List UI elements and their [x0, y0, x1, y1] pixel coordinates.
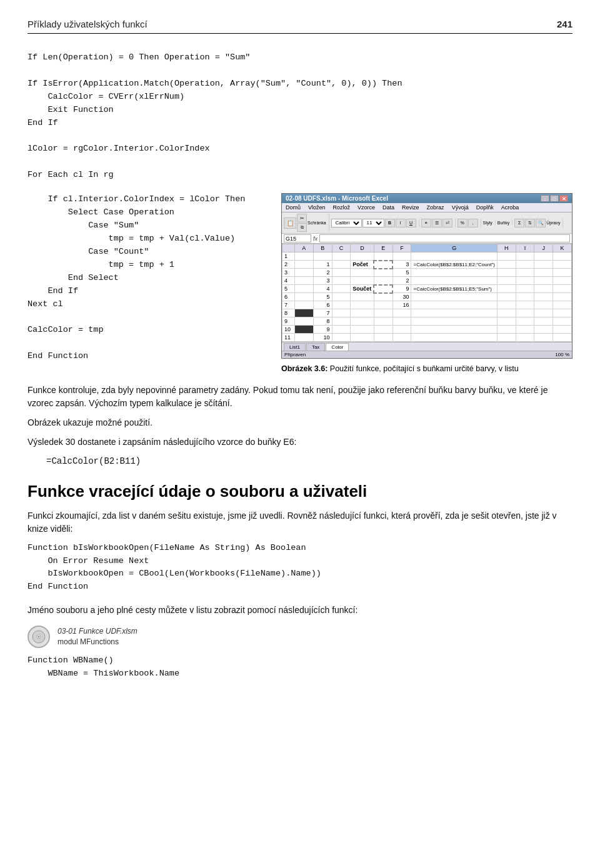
cell-h5[interactable] [497, 285, 516, 293]
cell-g9[interactable] [411, 317, 497, 326]
cell-a9[interactable] [294, 317, 313, 326]
bold-button[interactable]: B [385, 219, 395, 227]
cell-b3[interactable]: 2 [313, 269, 332, 277]
cell-f6[interactable]: 30 [392, 293, 411, 301]
cell-h7[interactable] [497, 301, 516, 309]
cell-d5[interactable]: Součet [351, 285, 374, 293]
cell-f3[interactable]: 5 [392, 269, 411, 277]
cell-e5[interactable] [374, 285, 392, 293]
cell-f2[interactable]: 3 [392, 261, 411, 269]
cell-f8[interactable] [392, 309, 411, 317]
cell-j9[interactable] [534, 317, 553, 326]
cell-d3[interactable] [351, 269, 374, 277]
minimize-button[interactable]: _ [541, 195, 549, 202]
cell-b7[interactable]: 6 [313, 301, 332, 309]
cell-g10[interactable] [411, 326, 497, 334]
cell-j6[interactable] [534, 293, 553, 301]
cell-j7[interactable] [534, 301, 553, 309]
find-button[interactable]: 🔍 [536, 219, 546, 227]
col-e[interactable]: E [374, 244, 392, 252]
cell-h11[interactable] [497, 334, 516, 342]
cell-i2[interactable] [516, 261, 534, 269]
align-left-button[interactable]: ≡ [421, 219, 431, 227]
cell-k4[interactable] [553, 277, 572, 285]
align-center-button[interactable]: ☰ [432, 219, 442, 227]
sheet-tab-color[interactable]: Color [326, 343, 349, 351]
cell-e9[interactable] [374, 317, 392, 326]
comma-button[interactable]: , [468, 219, 478, 227]
cell-i10[interactable] [516, 326, 534, 334]
cell-j8[interactable] [534, 309, 553, 317]
font-family-select[interactable]: Calibri [331, 219, 362, 227]
cell-c6[interactable] [332, 293, 351, 301]
wrap-button[interactable]: ⏎ [442, 219, 452, 227]
sheet-tab-list1[interactable]: List1 [284, 343, 306, 351]
cell-a4[interactable] [294, 277, 313, 285]
cell-f11[interactable] [392, 334, 411, 342]
menu-data[interactable]: Data [379, 203, 398, 212]
col-g[interactable]: G [411, 244, 497, 252]
cell-b5[interactable]: 4 [313, 285, 332, 293]
cell-f9[interactable] [392, 317, 411, 326]
cell-a11[interactable] [294, 334, 313, 342]
cell-g5[interactable]: =CalcColor($B$2:$B$11;E5;"Sum") [411, 285, 497, 293]
cell-c7[interactable] [332, 301, 351, 309]
cell-h2[interactable] [497, 261, 516, 269]
cell-k1[interactable] [553, 252, 572, 261]
cell-h1[interactable] [497, 252, 516, 261]
menu-vzorce[interactable]: Vzorce [354, 203, 379, 212]
cell-i6[interactable] [516, 293, 534, 301]
cell-e6[interactable] [374, 293, 392, 301]
col-b[interactable]: B [313, 244, 332, 252]
cell-a6[interactable] [294, 293, 313, 301]
cell-h10[interactable] [497, 326, 516, 334]
cell-d4[interactable] [351, 277, 374, 285]
cell-g8[interactable] [411, 309, 497, 317]
cell-i9[interactable] [516, 317, 534, 326]
copy-button[interactable]: ⧉ [297, 223, 307, 232]
cell-g3[interactable] [411, 269, 497, 277]
cell-j4[interactable] [534, 277, 553, 285]
cell-j5[interactable] [534, 285, 553, 293]
cell-k11[interactable] [553, 334, 572, 342]
cell-b11[interactable]: 10 [313, 334, 332, 342]
cell-d7[interactable] [351, 301, 374, 309]
cell-j11[interactable] [534, 334, 553, 342]
cell-b1[interactable] [313, 252, 332, 261]
cell-c5[interactable] [332, 285, 351, 293]
cell-h9[interactable] [497, 317, 516, 326]
cell-d9[interactable] [351, 317, 374, 326]
cell-i3[interactable] [516, 269, 534, 277]
menu-vyvojar[interactable]: Vývojá [448, 203, 472, 212]
restore-button[interactable]: □ [550, 195, 559, 202]
col-j[interactable]: J [534, 244, 553, 252]
col-c[interactable]: C [332, 244, 351, 252]
col-a[interactable]: A [294, 244, 313, 252]
menu-acrobat[interactable]: Acroba [498, 203, 523, 212]
cell-a8-black[interactable] [294, 309, 313, 317]
cell-b2[interactable]: 1 [313, 261, 332, 269]
cell-g1[interactable] [411, 252, 497, 261]
cut-button[interactable]: ✂ [297, 214, 307, 222]
cell-k10[interactable] [553, 326, 572, 334]
cell-k5[interactable] [553, 285, 572, 293]
cell-a5[interactable] [294, 285, 313, 293]
percent-button[interactable]: % [458, 219, 468, 227]
cell-j1[interactable] [534, 252, 553, 261]
cell-g6[interactable] [411, 293, 497, 301]
cell-h3[interactable] [497, 269, 516, 277]
menu-revize[interactable]: Revize [398, 203, 423, 212]
cell-i5[interactable] [516, 285, 534, 293]
cell-g11[interactable] [411, 334, 497, 342]
cell-e2[interactable] [374, 261, 392, 269]
cell-c2[interactable] [332, 261, 351, 269]
cell-f10[interactable] [392, 326, 411, 334]
col-i[interactable]: I [516, 244, 534, 252]
cell-j10[interactable] [534, 326, 553, 334]
cell-d1[interactable] [351, 252, 374, 261]
sheet-tab-tax[interactable]: Tax [306, 343, 325, 351]
cell-d6[interactable] [351, 293, 374, 301]
cell-b6[interactable]: 5 [313, 293, 332, 301]
font-size-select[interactable]: 11 [362, 219, 384, 227]
cell-d10[interactable] [351, 326, 374, 334]
